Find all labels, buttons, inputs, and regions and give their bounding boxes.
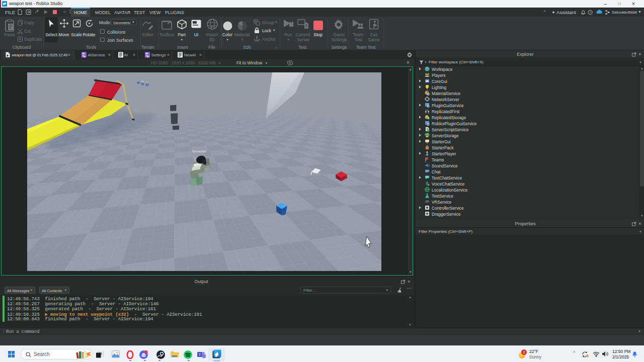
svg-text:T: T [199,352,201,357]
svg-text:?: ? [589,11,591,14]
svg-text:SaturatedMatt: SaturatedMatt [192,150,207,153]
